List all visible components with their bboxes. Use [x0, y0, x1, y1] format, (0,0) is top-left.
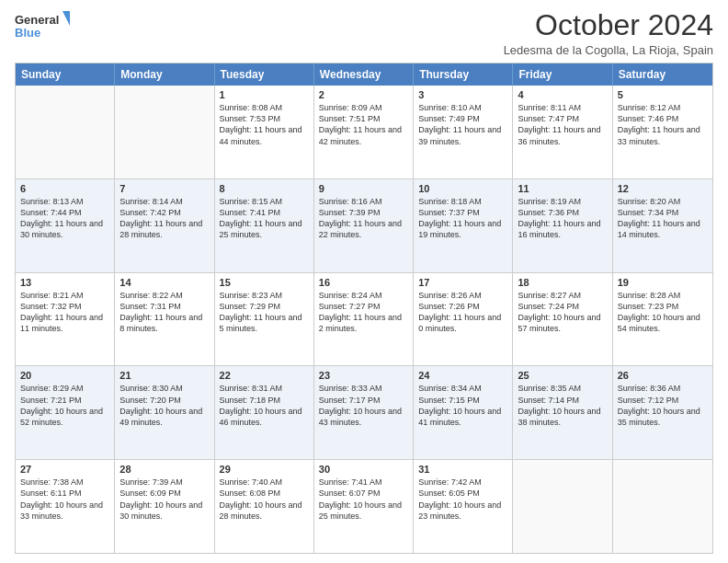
- cell-detail: Sunrise: 8:09 AM Sunset: 7:51 PM Dayligh…: [319, 102, 408, 147]
- day-number: 11: [518, 183, 607, 194]
- cal-header-thursday: Thursday: [414, 63, 513, 86]
- cal-cell-day-7: 7Sunrise: 8:14 AM Sunset: 7:42 PM Daylig…: [115, 179, 214, 272]
- calendar-header: SundayMondayTuesdayWednesdayThursdayFrid…: [16, 63, 712, 86]
- day-number: 4: [518, 89, 607, 100]
- cell-detail: Sunrise: 8:10 AM Sunset: 7:49 PM Dayligh…: [418, 102, 507, 147]
- cal-cell-day-10: 10Sunrise: 8:18 AM Sunset: 7:37 PM Dayli…: [414, 179, 513, 272]
- cell-detail: Sunrise: 8:31 AM Sunset: 7:18 PM Dayligh…: [220, 383, 309, 428]
- cal-row-2: 6Sunrise: 8:13 AM Sunset: 7:44 PM Daylig…: [16, 178, 712, 272]
- cal-cell-day-29: 29Sunrise: 7:40 AM Sunset: 6:08 PM Dayli…: [215, 460, 314, 553]
- cal-cell-day-11: 11Sunrise: 8:19 AM Sunset: 7:36 PM Dayli…: [513, 179, 612, 272]
- cal-cell-day-3: 3Sunrise: 8:10 AM Sunset: 7:49 PM Daylig…: [414, 86, 513, 178]
- cell-detail: Sunrise: 8:23 AM Sunset: 7:29 PM Dayligh…: [220, 290, 309, 335]
- cal-cell-day-6: 6Sunrise: 8:13 AM Sunset: 7:44 PM Daylig…: [16, 179, 115, 272]
- day-number: 26: [618, 370, 708, 381]
- svg-text:General: General: [15, 13, 59, 27]
- cell-detail: Sunrise: 8:11 AM Sunset: 7:47 PM Dayligh…: [518, 102, 607, 147]
- cell-detail: Sunrise: 8:22 AM Sunset: 7:31 PM Dayligh…: [119, 290, 209, 335]
- day-number: 10: [418, 183, 507, 194]
- cal-cell-day-21: 21Sunrise: 8:30 AM Sunset: 7:20 PM Dayli…: [115, 366, 214, 459]
- cal-cell-day-19: 19Sunrise: 8:28 AM Sunset: 7:23 PM Dayli…: [613, 273, 712, 366]
- day-number: 21: [119, 370, 209, 381]
- cal-cell-day-15: 15Sunrise: 8:23 AM Sunset: 7:29 PM Dayli…: [215, 273, 314, 366]
- header: General Blue October 2024 Ledesma de la …: [15, 9, 713, 57]
- day-number: 14: [119, 277, 209, 288]
- day-number: 31: [418, 464, 507, 475]
- cal-header-friday: Friday: [513, 63, 612, 86]
- day-number: 30: [319, 464, 408, 475]
- cell-detail: Sunrise: 7:41 AM Sunset: 6:07 PM Dayligh…: [319, 477, 408, 522]
- day-number: 22: [220, 370, 309, 381]
- cal-cell-day-2: 2Sunrise: 8:09 AM Sunset: 7:51 PM Daylig…: [314, 86, 414, 178]
- cell-detail: Sunrise: 8:13 AM Sunset: 7:44 PM Dayligh…: [20, 196, 109, 241]
- cal-row-5: 27Sunrise: 7:38 AM Sunset: 6:11 PM Dayli…: [16, 459, 712, 553]
- cal-cell-day-31: 31Sunrise: 7:42 AM Sunset: 6:05 PM Dayli…: [414, 460, 513, 553]
- title-block: October 2024 Ledesma de la Cogolla, La R…: [504, 9, 713, 57]
- day-number: 24: [418, 370, 507, 381]
- cell-detail: Sunrise: 8:33 AM Sunset: 7:17 PM Dayligh…: [319, 383, 408, 428]
- cal-header-wednesday: Wednesday: [314, 63, 414, 86]
- day-number: 23: [319, 370, 408, 381]
- location: Ledesma de la Cogolla, La Rioja, Spain: [504, 43, 713, 57]
- day-number: 13: [20, 277, 109, 288]
- day-number: 19: [618, 277, 708, 288]
- cal-cell-day-24: 24Sunrise: 8:34 AM Sunset: 7:15 PM Dayli…: [414, 366, 513, 459]
- cell-detail: Sunrise: 8:08 AM Sunset: 7:53 PM Dayligh…: [220, 102, 309, 147]
- day-number: 25: [518, 370, 607, 381]
- cal-cell-day-8: 8Sunrise: 8:15 AM Sunset: 7:41 PM Daylig…: [215, 179, 314, 272]
- cal-cell-day-13: 13Sunrise: 8:21 AM Sunset: 7:32 PM Dayli…: [16, 273, 115, 366]
- cal-cell-day-12: 12Sunrise: 8:20 AM Sunset: 7:34 PM Dayli…: [613, 179, 712, 272]
- cal-cell-day-20: 20Sunrise: 8:29 AM Sunset: 7:21 PM Dayli…: [16, 366, 115, 459]
- cal-cell-day-22: 22Sunrise: 8:31 AM Sunset: 7:18 PM Dayli…: [215, 366, 314, 459]
- cell-detail: Sunrise: 8:19 AM Sunset: 7:36 PM Dayligh…: [518, 196, 607, 241]
- cal-cell-day-17: 17Sunrise: 8:26 AM Sunset: 7:26 PM Dayli…: [414, 273, 513, 366]
- cal-cell-day-23: 23Sunrise: 8:33 AM Sunset: 7:17 PM Dayli…: [314, 366, 414, 459]
- cal-cell-day-18: 18Sunrise: 8:27 AM Sunset: 7:24 PM Dayli…: [513, 273, 612, 366]
- cal-header-tuesday: Tuesday: [215, 63, 314, 86]
- day-number: 7: [119, 183, 209, 194]
- cal-cell-empty: [16, 86, 115, 178]
- cal-cell-day-1: 1Sunrise: 8:08 AM Sunset: 7:53 PM Daylig…: [215, 86, 314, 178]
- cell-detail: Sunrise: 8:20 AM Sunset: 7:34 PM Dayligh…: [618, 196, 708, 241]
- cal-cell-day-14: 14Sunrise: 8:22 AM Sunset: 7:31 PM Dayli…: [115, 273, 214, 366]
- cell-detail: Sunrise: 8:21 AM Sunset: 7:32 PM Dayligh…: [20, 290, 109, 335]
- svg-marker-2: [63, 11, 70, 26]
- day-number: 18: [518, 277, 607, 288]
- cal-cell-empty: [613, 460, 712, 553]
- cal-cell-day-28: 28Sunrise: 7:39 AM Sunset: 6:09 PM Dayli…: [115, 460, 214, 553]
- cell-detail: Sunrise: 8:12 AM Sunset: 7:46 PM Dayligh…: [618, 102, 708, 147]
- cal-header-monday: Monday: [115, 63, 214, 86]
- cal-cell-day-26: 26Sunrise: 8:36 AM Sunset: 7:12 PM Dayli…: [613, 366, 712, 459]
- cell-detail: Sunrise: 8:35 AM Sunset: 7:14 PM Dayligh…: [518, 383, 607, 428]
- calendar: SundayMondayTuesdayWednesdayThursdayFrid…: [15, 63, 713, 554]
- cal-cell-day-27: 27Sunrise: 7:38 AM Sunset: 6:11 PM Dayli…: [16, 460, 115, 553]
- day-number: 16: [319, 277, 408, 288]
- cell-detail: Sunrise: 8:30 AM Sunset: 7:20 PM Dayligh…: [119, 383, 209, 428]
- day-number: 3: [418, 89, 507, 100]
- cal-cell-day-5: 5Sunrise: 8:12 AM Sunset: 7:46 PM Daylig…: [613, 86, 712, 178]
- day-number: 29: [220, 464, 309, 475]
- month-title: October 2024: [504, 9, 713, 41]
- cal-row-1: 1Sunrise: 8:08 AM Sunset: 7:53 PM Daylig…: [16, 86, 712, 178]
- day-number: 17: [418, 277, 507, 288]
- logo-svg: General Blue: [15, 9, 70, 42]
- day-number: 28: [119, 464, 209, 475]
- calendar-body: 1Sunrise: 8:08 AM Sunset: 7:53 PM Daylig…: [16, 86, 712, 553]
- cell-detail: Sunrise: 8:29 AM Sunset: 7:21 PM Dayligh…: [20, 383, 109, 428]
- cell-detail: Sunrise: 8:26 AM Sunset: 7:26 PM Dayligh…: [418, 290, 507, 335]
- cal-row-3: 13Sunrise: 8:21 AM Sunset: 7:32 PM Dayli…: [16, 272, 712, 366]
- cal-cell-day-4: 4Sunrise: 8:11 AM Sunset: 7:47 PM Daylig…: [513, 86, 612, 178]
- cal-cell-day-25: 25Sunrise: 8:35 AM Sunset: 7:14 PM Dayli…: [513, 366, 612, 459]
- cal-header-sunday: Sunday: [16, 63, 115, 86]
- cell-detail: Sunrise: 8:14 AM Sunset: 7:42 PM Dayligh…: [119, 196, 209, 241]
- day-number: 6: [20, 183, 109, 194]
- cal-row-4: 20Sunrise: 8:29 AM Sunset: 7:21 PM Dayli…: [16, 365, 712, 459]
- logo: General Blue: [15, 9, 70, 42]
- cell-detail: Sunrise: 7:38 AM Sunset: 6:11 PM Dayligh…: [20, 477, 109, 522]
- day-number: 8: [220, 183, 309, 194]
- cal-cell-day-16: 16Sunrise: 8:24 AM Sunset: 7:27 PM Dayli…: [314, 273, 414, 366]
- cell-detail: Sunrise: 8:27 AM Sunset: 7:24 PM Dayligh…: [518, 290, 607, 335]
- cell-detail: Sunrise: 8:28 AM Sunset: 7:23 PM Dayligh…: [618, 290, 708, 335]
- day-number: 20: [20, 370, 109, 381]
- cal-header-saturday: Saturday: [613, 63, 712, 86]
